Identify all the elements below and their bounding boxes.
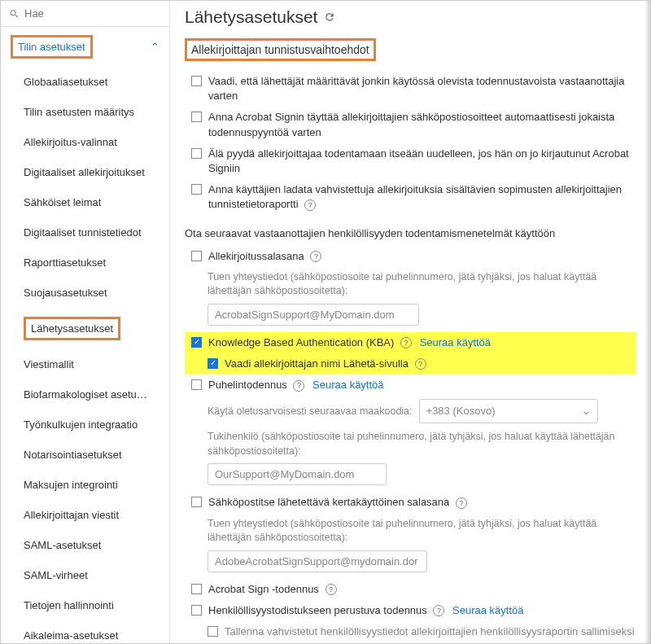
checkbox[interactable] (191, 76, 202, 86)
sidebar-item-data-governance[interactable]: Tietojen hallinnointi (1, 590, 169, 620)
opt-auto-email[interactable]: Anna Acrobat Signin täyttää allekirjoitt… (185, 107, 636, 142)
sidebar-item-saml-errors[interactable]: SAML-virheet (1, 560, 169, 590)
sidebar-item-eseals[interactable]: Sähköiset leimat (1, 187, 169, 217)
opt-email-otp[interactable]: Sähköpostitse lähetettävä kertakäyttöine… (185, 492, 636, 513)
checkbox-checked[interactable] (191, 337, 202, 348)
track-usage-link[interactable]: Seuraa käyttöä (452, 604, 523, 616)
opt-require-name[interactable]: Vaadi allekirjoittajan nimi Lähetä-sivul… (185, 353, 636, 375)
checkbox[interactable] (191, 497, 202, 507)
help-icon[interactable]: ? (304, 199, 316, 211)
support-hint: Tukihenkilö (sähköpostiosoite tai puheli… (185, 427, 636, 462)
sidebar-item-signer-messages[interactable]: Allekirjoittajan viestit (1, 500, 169, 530)
sidebar-item-notarize[interactable]: Notarisointiasetukset (1, 440, 169, 470)
opt-kba[interactable]: Knowledge Based Authentication (KBA) ? S… (185, 332, 636, 353)
sidebar-submenu: Globaaliasetukset Tilin asetusten määrit… (1, 67, 169, 643)
help-icon[interactable]: ? (293, 380, 304, 392)
sidebar-item-saml-settings[interactable]: SAML-asetukset (1, 530, 169, 560)
sidebar-item-message-templates[interactable]: Viestimallit (1, 349, 169, 379)
sidebar-item-account-setup[interactable]: Tilin asetusten määritys (1, 97, 169, 127)
help-icon[interactable]: ? (326, 584, 337, 595)
search-box[interactable] (1, 1, 169, 27)
opt-require-auth[interactable]: Vaadi, että lähettäjät määrittävät jonki… (185, 71, 636, 107)
checkbox[interactable] (191, 605, 202, 616)
opt-acrobat-auth[interactable]: Acrobat Sign -todennus ? (185, 579, 636, 600)
enable-methods-heading: Ota seuraavat vastaanottajien henkilölli… (185, 227, 636, 239)
sidebar-item-digital-ids[interactable]: Digitaaliset tunnistetiedot (1, 217, 169, 248)
checkbox[interactable] (191, 379, 202, 390)
help-icon[interactable]: ? (415, 358, 426, 370)
help-icon[interactable]: ? (400, 337, 412, 348)
country-select[interactable]: +383 (Kosovo)⌄ (419, 399, 598, 423)
checkbox-checked[interactable] (208, 358, 218, 369)
checkbox[interactable] (191, 148, 202, 159)
search-icon (9, 8, 20, 20)
refresh-icon[interactable] (324, 11, 335, 23)
sidebar-item-security[interactable]: Suojausasetukset (1, 278, 169, 308)
contact-hint-2: Tuen yhteystiedot (sähköpostiosoite tai … (185, 514, 636, 549)
sidebar-header-label: Tilin asetukset (11, 35, 93, 59)
contact-input-2[interactable] (208, 550, 427, 572)
checkbox[interactable] (208, 626, 218, 637)
opt-id-auth[interactable]: Henkilöllisyystodistukseen perustuva tod… (185, 600, 636, 621)
search-input[interactable] (24, 7, 161, 20)
opt-no-reauth[interactable]: Älä pyydä allekirjoittajaa todentamaan i… (185, 143, 636, 179)
main-content: Lähetysasetukset Allekirjoittajan tunnis… (170, 1, 650, 643)
opt-sig-password[interactable]: Allekirjoitussalasana ? (185, 246, 636, 267)
opt-store-id[interactable]: Tallenna vahvistetut henkilöllisyystiedo… (185, 621, 636, 642)
country-row: Käytä oletusarvoisesti seuraavaa maakood… (185, 396, 636, 427)
sidebar-item-payments[interactable]: Maksujen integrointi (1, 470, 169, 500)
help-icon[interactable]: ? (433, 605, 444, 616)
checkbox[interactable] (191, 112, 202, 122)
contact-input-1[interactable] (208, 304, 419, 326)
sidebar-item-biopharma[interactable]: Biofarmakologiset asetu… (1, 379, 169, 410)
help-icon[interactable]: ? (456, 497, 467, 509)
sidebar-item-reports[interactable]: Raporttiasetukset (1, 248, 169, 278)
chevron-down-icon: ⌄ (582, 404, 591, 418)
sidebar-item-global[interactable]: Globaaliasetukset (1, 67, 169, 97)
sidebar-item-digital-signatures[interactable]: Digitaaliset allekirjoitukset (1, 157, 169, 187)
opt-download-report[interactable]: Anna käyttäjien ladata vahvistettuja all… (185, 179, 636, 215)
checkbox[interactable] (191, 584, 202, 594)
support-input[interactable] (208, 463, 387, 485)
track-usage-link[interactable]: Seuraa käyttöä (312, 379, 383, 391)
help-icon[interactable]: ? (310, 251, 321, 262)
sidebar-item-signature-options[interactable]: Allekirjoitus-valinnat (1, 127, 169, 157)
track-usage-link[interactable]: Seuraa käyttöä (420, 336, 491, 348)
section-title: Allekirjoittajan tunnistusvaihtoehdot (185, 38, 376, 61)
opt-phone-auth[interactable]: Puhelintodennus ? Seuraa käyttöä (185, 375, 636, 396)
sidebar-accordion-header[interactable]: Tilin asetukset ⌃ (1, 27, 169, 67)
contact-hint: Tuen yhteystiedot (sähköpostiosoite tai … (185, 267, 636, 302)
checkbox[interactable] (191, 251, 202, 261)
chevron-up-icon: ⌃ (151, 41, 159, 53)
sidebar-item-timestamp[interactable]: Aikaleima-asetukset (1, 620, 169, 643)
checkbox[interactable] (191, 184, 202, 195)
sidebar-item-workflow-integration[interactable]: Työnkulkujen integraatio (1, 410, 169, 440)
page-title: Lähetysasetukset (185, 7, 636, 27)
sidebar-item-send-settings[interactable]: Lähetysasetukset (1, 308, 169, 349)
